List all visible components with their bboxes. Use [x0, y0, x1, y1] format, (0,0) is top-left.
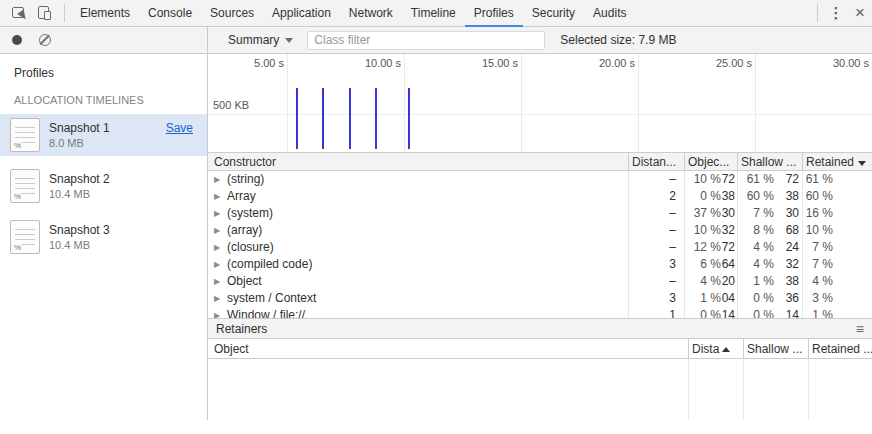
constructor-name: (string) [227, 171, 264, 188]
timeline-gridline: 10.00 s [404, 54, 405, 152]
shallow-size-clipped: 32 [774, 256, 799, 273]
tab-application[interactable]: Application [263, 0, 340, 27]
constructor-row-system[interactable]: ▶ (system) – 37 % 30 7 % 30 16 % [208, 205, 872, 222]
constructor-row-window-file[interactable]: ▶ Window / file:// 1 0 % 14 0 % 14 1 % [208, 307, 872, 318]
sidebar-item-snapshot-3[interactable]: % Snapshot 3 10.4 MB [0, 216, 207, 258]
tab-network[interactable]: Network [340, 0, 402, 27]
close-icon[interactable]: × [848, 0, 872, 26]
tab-elements[interactable]: Elements [71, 0, 139, 27]
constructor-rows: ▶ (string) – 10 % 72 61 % 72 61 % ▶ Arra… [208, 171, 872, 318]
retainers-column-distance[interactable]: Dista [692, 342, 730, 356]
disclosure-triangle-icon[interactable]: ▶ [214, 256, 220, 273]
constructor-row-string[interactable]: ▶ (string) – 10 % 72 61 % 72 61 % [208, 171, 872, 188]
distance-value: – [626, 205, 676, 222]
disclosure-triangle-icon[interactable]: ▶ [214, 188, 220, 205]
shallow-percent: 4 % [738, 239, 774, 256]
constructor-row-system-context[interactable]: ▶ system / Context 3 1 % 04 0 % 36 3 % [208, 290, 872, 307]
inspect-element-icon[interactable] [6, 0, 32, 26]
disclosure-triangle-icon[interactable]: ▶ [214, 290, 220, 307]
tab-timeline[interactable]: Timeline [402, 0, 465, 27]
retainers-title: Retainers [216, 322, 267, 336]
selected-size-label: Selected size: 7.9 MB [560, 33, 676, 47]
record-button[interactable] [12, 35, 22, 45]
allocation-bar [349, 88, 351, 149]
objects-count-clipped: 32 [721, 222, 735, 239]
tab-security[interactable]: Security [523, 0, 584, 27]
constructor-row-array[interactable]: ▶ Array 2 0 % 38 60 % 38 60 % [208, 188, 872, 205]
snapshot-size: 10.4 MB [49, 188, 201, 200]
sidebar-item-profiles[interactable]: Profiles [0, 54, 207, 84]
tab-label: Elements [80, 6, 130, 20]
toolbar-separator [817, 4, 818, 22]
column-divider[interactable] [737, 153, 738, 170]
column-header-constructor[interactable]: Constructor [214, 155, 276, 169]
clear-profiles-button[interactable] [39, 34, 51, 46]
sidebar-item-snapshot-1[interactable]: % Snapshot 1 Save 8.0 MB [0, 114, 207, 156]
constructor-row-compiled-code[interactable]: ▶ (compiled code) 3 6 % 64 4 % 32 7 % [208, 256, 872, 273]
save-link[interactable]: Save [166, 121, 193, 135]
snapshot-title: Snapshot 3 [49, 223, 110, 237]
retained-percent: 7 % [803, 239, 833, 256]
constructor-row-object[interactable]: ▶ Object – 4 % 20 1 % 38 4 % [208, 273, 872, 290]
tab-label: Audits [593, 6, 626, 20]
objects-count-clipped: 72 [721, 239, 735, 256]
retainers-section-bar: Retainers ≡ [208, 318, 872, 339]
shallow-size-clipped: 30 [774, 205, 799, 222]
objects-count-clipped: 20 [721, 273, 735, 290]
sort-ascending-icon [722, 347, 730, 352]
tab-audits[interactable]: Audits [584, 0, 635, 27]
disclosure-triangle-icon[interactable]: ▶ [214, 307, 220, 318]
constructor-row-closure[interactable]: ▶ (closure) – 12 % 72 4 % 24 7 % [208, 239, 872, 256]
column-divider[interactable] [684, 153, 685, 170]
column-header-retained[interactable]: Retained [806, 155, 866, 169]
timeline-tick-label: 25.00 s [716, 57, 752, 69]
toolbar-separator [64, 4, 65, 22]
heap-snapshot-icon: % [10, 220, 40, 254]
device-toolbar-icon[interactable] [32, 0, 58, 26]
retainers-column-shallow[interactable]: Shallow ... [747, 342, 802, 356]
class-filter-input[interactable] [307, 31, 545, 50]
column-header-distance[interactable]: Distan... [632, 155, 676, 169]
shallow-size-clipped: 72 [774, 171, 799, 188]
column-divider[interactable] [743, 339, 744, 358]
objects-count-clipped: 38 [721, 188, 735, 205]
constructor-row-array[interactable]: ▶ (array) – 10 % 32 8 % 68 10 % [208, 222, 872, 239]
inspect-cursor-shape [17, 10, 29, 22]
allocation-timeline-overview[interactable]: 5.00 s 10.00 s 15.00 s 20.00 s 25.00 s [208, 54, 872, 152]
column-divider[interactable] [808, 339, 809, 358]
snapshot-title: Snapshot 2 [49, 172, 110, 186]
timeline-gridline: 5.00 s [287, 54, 288, 152]
column-header-shallow[interactable]: Shallow ... [741, 155, 796, 169]
shallow-percent: 0 % [738, 307, 774, 318]
shallow-percent: 8 % [738, 222, 774, 239]
timeline-gridline: 25.00 s [755, 54, 756, 152]
percent-glyph: % [14, 141, 21, 150]
shallow-size-clipped: 24 [774, 239, 799, 256]
constructor-table-header: Constructor Distan... Objec... Shallow .… [208, 152, 872, 171]
column-header-objects[interactable]: Objec... [688, 155, 729, 169]
heap-snapshot-icon: % [10, 169, 40, 203]
allocation-bar [322, 88, 324, 149]
tab-profiles[interactable]: Profiles [465, 0, 523, 27]
retainers-column-object[interactable]: Object [214, 342, 249, 356]
retainers-menu-icon[interactable]: ≡ [856, 322, 864, 336]
disclosure-triangle-icon[interactable]: ▶ [214, 205, 220, 222]
column-divider[interactable] [688, 339, 689, 358]
retainers-column-retained[interactable]: Retained ... [812, 342, 872, 356]
constructor-name: (system) [227, 205, 273, 222]
disclosure-triangle-icon[interactable]: ▶ [214, 222, 220, 239]
overflow-menu-icon[interactable]: ⋮ [824, 0, 848, 26]
sidebar-item-snapshot-2[interactable]: % Snapshot 2 10.4 MB [0, 165, 207, 207]
distance-value: – [626, 273, 676, 290]
column-divider[interactable] [802, 153, 803, 170]
disclosure-triangle-icon[interactable]: ▶ [214, 239, 220, 256]
view-mode-dropdown[interactable]: Summary [228, 33, 293, 47]
disclosure-triangle-icon[interactable]: ▶ [214, 171, 220, 188]
tab-console[interactable]: Console [139, 0, 201, 27]
tab-sources[interactable]: Sources [201, 0, 263, 27]
objects-percent: 6 % [678, 256, 721, 273]
sidebar-toolbar [0, 27, 208, 53]
column-divider[interactable] [628, 153, 629, 170]
distance-label: Dista [692, 342, 719, 356]
disclosure-triangle-icon[interactable]: ▶ [214, 273, 220, 290]
